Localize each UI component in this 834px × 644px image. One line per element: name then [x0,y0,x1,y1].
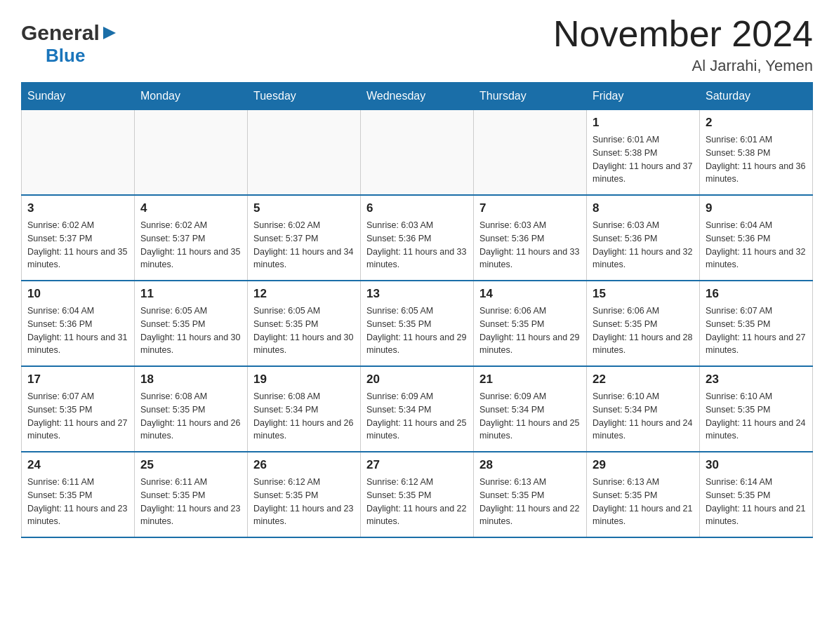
day-info: Sunrise: 6:08 AMSunset: 5:35 PMDaylight:… [140,390,241,443]
day-info: Sunrise: 6:09 AMSunset: 5:34 PMDaylight:… [366,390,468,443]
day-info: Sunrise: 6:10 AMSunset: 5:35 PMDaylight:… [706,390,807,443]
weekday-header-sunday: Sunday [22,83,135,110]
calendar-cell [361,110,474,196]
day-number: 30 [706,458,807,472]
calendar-cell [474,110,587,196]
day-number: 16 [706,287,807,301]
day-info: Sunrise: 6:03 AMSunset: 5:36 PMDaylight:… [479,219,581,271]
calendar-cell: 20Sunrise: 6:09 AMSunset: 5:34 PMDayligh… [361,366,474,452]
calendar-cell: 18Sunrise: 6:08 AMSunset: 5:35 PMDayligh… [135,366,248,452]
day-number: 12 [253,287,355,301]
calendar-cell: 16Sunrise: 6:07 AMSunset: 5:35 PMDayligh… [700,281,813,366]
day-info: Sunrise: 6:02 AMSunset: 5:37 PMDaylight:… [140,219,241,271]
weekday-header-thursday: Thursday [474,83,587,110]
day-info: Sunrise: 6:01 AMSunset: 5:38 PMDaylight:… [593,133,694,186]
page-subtitle: Al Jarrahi, Yemen [553,57,813,75]
day-info: Sunrise: 6:04 AMSunset: 5:36 PMDaylight:… [27,304,128,357]
day-number: 21 [479,373,581,387]
calendar-cell: 9Sunrise: 6:04 AMSunset: 5:36 PMDaylight… [700,195,813,281]
calendar-cell: 28Sunrise: 6:13 AMSunset: 5:35 PMDayligh… [474,452,587,537]
calendar-table: SundayMondayTuesdayWednesdayThursdayFrid… [21,82,813,538]
calendar-cell: 14Sunrise: 6:06 AMSunset: 5:35 PMDayligh… [474,281,587,366]
calendar-cell: 17Sunrise: 6:07 AMSunset: 5:35 PMDayligh… [22,366,135,452]
weekday-header-monday: Monday [135,83,248,110]
logo-general-text: General [21,21,100,45]
logo: General Blue [21,14,117,67]
day-number: 23 [706,373,807,387]
day-number: 3 [27,201,128,215]
day-info: Sunrise: 6:03 AMSunset: 5:36 PMDaylight:… [593,219,694,271]
calendar-cell: 23Sunrise: 6:10 AMSunset: 5:35 PMDayligh… [700,366,813,452]
day-number: 29 [593,458,694,472]
calendar-cell: 10Sunrise: 6:04 AMSunset: 5:36 PMDayligh… [22,281,135,366]
day-number: 25 [140,458,241,472]
day-info: Sunrise: 6:02 AMSunset: 5:37 PMDaylight:… [27,219,128,271]
calendar-week-row: 24Sunrise: 6:11 AMSunset: 5:35 PMDayligh… [22,452,813,537]
day-info: Sunrise: 6:11 AMSunset: 5:35 PMDaylight:… [27,476,128,528]
calendar-week-row: 17Sunrise: 6:07 AMSunset: 5:35 PMDayligh… [22,366,813,452]
day-number: 22 [593,373,694,387]
weekday-header-wednesday: Wednesday [361,83,474,110]
calendar-cell [135,110,248,196]
title-section: November 2024 Al Jarrahi, Yemen [553,14,813,75]
day-number: 10 [27,287,128,301]
day-info: Sunrise: 6:01 AMSunset: 5:38 PMDaylight:… [706,133,807,186]
day-info: Sunrise: 6:04 AMSunset: 5:36 PMDaylight:… [706,219,807,271]
page-header: General Blue November 2024 Al Jarrahi, Y… [21,14,813,75]
calendar-cell: 27Sunrise: 6:12 AMSunset: 5:35 PMDayligh… [361,452,474,537]
day-number: 19 [253,373,355,387]
svg-marker-0 [103,27,116,39]
day-number: 20 [366,373,468,387]
day-info: Sunrise: 6:06 AMSunset: 5:35 PMDaylight:… [479,304,581,357]
calendar-week-row: 1Sunrise: 6:01 AMSunset: 5:38 PMDaylight… [22,110,813,196]
weekday-header-friday: Friday [587,83,700,110]
calendar-cell: 22Sunrise: 6:10 AMSunset: 5:34 PMDayligh… [587,366,700,452]
calendar-cell: 1Sunrise: 6:01 AMSunset: 5:38 PMDaylight… [587,110,700,196]
day-number: 15 [593,287,694,301]
day-number: 6 [366,201,468,215]
calendar-cell: 4Sunrise: 6:02 AMSunset: 5:37 PMDaylight… [135,195,248,281]
day-number: 13 [366,287,468,301]
calendar-cell: 11Sunrise: 6:05 AMSunset: 5:35 PMDayligh… [135,281,248,366]
calendar-cell: 25Sunrise: 6:11 AMSunset: 5:35 PMDayligh… [135,452,248,537]
calendar-cell: 19Sunrise: 6:08 AMSunset: 5:34 PMDayligh… [248,366,361,452]
calendar-cell: 21Sunrise: 6:09 AMSunset: 5:34 PMDayligh… [474,366,587,452]
day-info: Sunrise: 6:12 AMSunset: 5:35 PMDaylight:… [253,476,355,528]
calendar-cell: 15Sunrise: 6:06 AMSunset: 5:35 PMDayligh… [587,281,700,366]
calendar-cell: 13Sunrise: 6:05 AMSunset: 5:35 PMDayligh… [361,281,474,366]
calendar-cell: 8Sunrise: 6:03 AMSunset: 5:36 PMDaylight… [587,195,700,281]
day-number: 28 [479,458,581,472]
day-info: Sunrise: 6:05 AMSunset: 5:35 PMDaylight:… [253,304,355,357]
calendar-cell [22,110,135,196]
day-info: Sunrise: 6:05 AMSunset: 5:35 PMDaylight:… [366,304,468,357]
weekday-header-tuesday: Tuesday [248,83,361,110]
day-info: Sunrise: 6:12 AMSunset: 5:35 PMDaylight:… [366,476,468,528]
day-info: Sunrise: 6:13 AMSunset: 5:35 PMDaylight:… [479,476,581,528]
calendar-cell: 3Sunrise: 6:02 AMSunset: 5:37 PMDaylight… [22,195,135,281]
day-info: Sunrise: 6:02 AMSunset: 5:37 PMDaylight:… [253,219,355,271]
calendar-week-row: 3Sunrise: 6:02 AMSunset: 5:37 PMDaylight… [22,195,813,281]
day-info: Sunrise: 6:03 AMSunset: 5:36 PMDaylight:… [366,219,468,271]
calendar-week-row: 10Sunrise: 6:04 AMSunset: 5:36 PMDayligh… [22,281,813,366]
calendar-cell: 29Sunrise: 6:13 AMSunset: 5:35 PMDayligh… [587,452,700,537]
calendar-cell: 12Sunrise: 6:05 AMSunset: 5:35 PMDayligh… [248,281,361,366]
day-number: 26 [253,458,355,472]
day-info: Sunrise: 6:05 AMSunset: 5:35 PMDaylight:… [140,304,241,357]
day-info: Sunrise: 6:07 AMSunset: 5:35 PMDaylight:… [706,304,807,357]
day-number: 8 [593,201,694,215]
day-number: 2 [706,116,807,130]
day-info: Sunrise: 6:07 AMSunset: 5:35 PMDaylight:… [27,390,128,443]
calendar-cell: 30Sunrise: 6:14 AMSunset: 5:35 PMDayligh… [700,452,813,537]
day-info: Sunrise: 6:10 AMSunset: 5:34 PMDaylight:… [593,390,694,443]
day-number: 27 [366,458,468,472]
calendar-cell [248,110,361,196]
calendar-cell: 2Sunrise: 6:01 AMSunset: 5:38 PMDaylight… [700,110,813,196]
calendar-cell: 26Sunrise: 6:12 AMSunset: 5:35 PMDayligh… [248,452,361,537]
day-info: Sunrise: 6:06 AMSunset: 5:35 PMDaylight:… [593,304,694,357]
day-number: 11 [140,287,241,301]
page-title: November 2024 [553,14,813,54]
day-info: Sunrise: 6:08 AMSunset: 5:34 PMDaylight:… [253,390,355,443]
day-info: Sunrise: 6:13 AMSunset: 5:35 PMDaylight:… [593,476,694,528]
calendar-cell: 24Sunrise: 6:11 AMSunset: 5:35 PMDayligh… [22,452,135,537]
day-info: Sunrise: 6:11 AMSunset: 5:35 PMDaylight:… [140,476,241,528]
